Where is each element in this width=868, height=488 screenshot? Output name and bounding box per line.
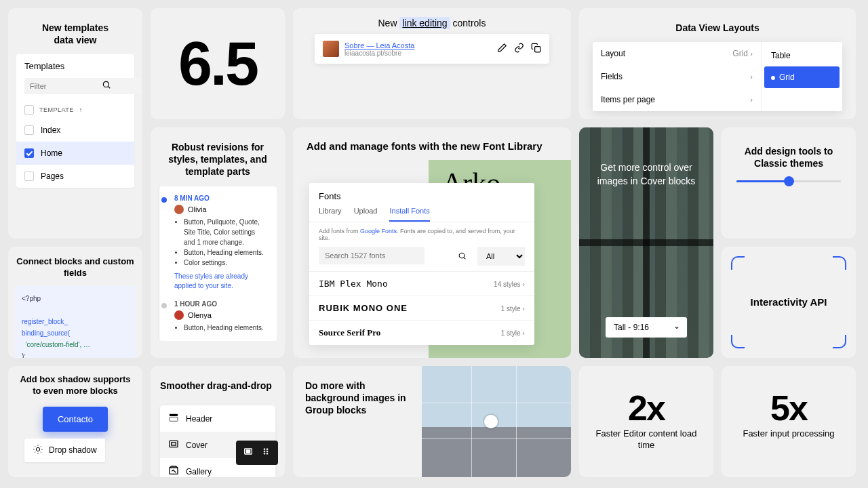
- block-item-header[interactable]: Header: [160, 405, 275, 432]
- groupbg-title: Do more with background images in Group …: [293, 366, 422, 477]
- checkbox[interactable]: [24, 148, 34, 158]
- column-header[interactable]: TEMPLATE: [39, 106, 74, 113]
- svg-point-2: [459, 253, 465, 258]
- svg-rect-7: [172, 443, 176, 445]
- active-dot-icon: [771, 76, 775, 80]
- templates-header-row: TEMPLATE ↑: [16, 101, 134, 119]
- templates-filter-input[interactable]: [24, 78, 141, 94]
- revision-time: 1 HOUR AGO: [174, 300, 267, 308]
- focal-point-picker[interactable]: [422, 366, 571, 477]
- svg-rect-5: [170, 418, 178, 422]
- font-library-panel: Fonts Library Upload Install Fonts Add f…: [309, 183, 534, 345]
- layout-row-fields[interactable]: Fields›: [593, 65, 761, 88]
- revision-time: 8 MIN AGO: [174, 195, 267, 202]
- layout-option-grid[interactable]: Grid: [764, 66, 840, 88]
- checkbox[interactable]: [24, 125, 34, 135]
- template-name: Index: [41, 125, 60, 135]
- tab-upload[interactable]: Upload: [354, 207, 378, 222]
- revision-entry[interactable]: 1 HOUR AGO Olenya Button, Heading elemen…: [165, 298, 277, 336]
- link-preview-url: leiaacosta.pt/sobre: [344, 49, 414, 57]
- slider-control[interactable]: [722, 180, 856, 182]
- google-fonts-link[interactable]: Google Fonts: [360, 228, 397, 235]
- stat-label: Faster input processing: [722, 428, 856, 440]
- header-block-icon: [168, 412, 179, 425]
- svg-point-11: [264, 449, 265, 450]
- template-name: Pages: [41, 171, 64, 181]
- select-all-checkbox[interactable]: [24, 105, 34, 115]
- svg-rect-4: [170, 414, 178, 416]
- fonts-note: Add fonts from Google Fonts. Fonts are c…: [309, 222, 534, 247]
- focal-point-handle[interactable]: [484, 415, 498, 428]
- template-row-pages[interactable]: Pages: [16, 165, 134, 188]
- contacto-button[interactable]: Contacto: [43, 407, 108, 432]
- avatar: [174, 205, 184, 214]
- tab-install-fonts[interactable]: Install Fonts: [389, 207, 429, 222]
- drag-handle-icon[interactable]: [260, 446, 271, 460]
- svg-point-3: [36, 447, 39, 451]
- templates-panel: Templates TEMPLATE ↑ Index Home Pages: [16, 54, 134, 188]
- svg-point-14: [267, 451, 268, 452]
- checkbox[interactable]: [24, 171, 34, 181]
- svg-rect-6: [170, 441, 178, 447]
- stat-label: Faster Editor content load time: [579, 428, 713, 451]
- link-editing-title: New link editing controls: [293, 8, 571, 34]
- template-row-index[interactable]: Index: [16, 119, 134, 142]
- interactivity-title: Interactivity API: [751, 296, 827, 309]
- layouts-title: Data View Layouts: [579, 8, 856, 42]
- gallery-block-icon: [168, 465, 179, 477]
- avatar: [174, 310, 184, 320]
- cover-title: Get more control over images in Cover bl…: [579, 127, 713, 188]
- font-row[interactable]: Source Serif Pro1 style ›: [309, 320, 534, 345]
- font-panel-heading: Fonts: [309, 183, 534, 201]
- svg-point-13: [264, 451, 265, 452]
- template-row-home[interactable]: Home: [16, 142, 134, 165]
- drop-shadow-label: Drop shadow: [49, 445, 97, 455]
- edit-icon[interactable]: [497, 43, 507, 56]
- font-row[interactable]: IBM Plex Mono14 styles ›: [309, 271, 534, 296]
- cover-block-icon: [243, 446, 254, 460]
- svg-point-15: [264, 453, 265, 454]
- version-number: 6.5: [151, 8, 285, 119]
- link-editing-highlight: link editing: [399, 17, 450, 29]
- search-icon: [458, 251, 467, 263]
- link-thumbnail: [323, 41, 339, 57]
- revision-changes: Button, Pullquote, Quote, Site Title, Co…: [174, 217, 267, 268]
- tab-library[interactable]: Library: [319, 207, 342, 222]
- revision-entry[interactable]: 8 MIN AGO Olivia Button, Pullquote, Quot…: [165, 192, 277, 298]
- drop-shadow-chip[interactable]: Drop shadow: [24, 439, 105, 462]
- revisions-title: Robust revisions for styles, templates, …: [151, 127, 285, 186]
- link-preview-card: Sobre — Leia Acosta leiaacosta.pt/sobre: [315, 34, 549, 64]
- code-snippet: <?php register_block_ binding_source( 'c…: [15, 286, 136, 358]
- revision-changes: Button, Heading elements.: [174, 323, 267, 333]
- font-search-input[interactable]: [319, 247, 425, 264]
- timeline-dot-icon: [161, 303, 167, 308]
- aspect-ratio-select[interactable]: Tall - 9:16: [606, 317, 687, 338]
- layouts-popover: LayoutGrid › Fields› Items per page› Tab…: [593, 42, 842, 111]
- slider-thumb[interactable]: [784, 176, 794, 186]
- drag-handle-popover[interactable]: [236, 441, 278, 465]
- layout-row-layout[interactable]: LayoutGrid ›: [593, 42, 761, 65]
- svg-rect-10: [246, 450, 250, 453]
- bindings-title: Connect blocks and custom fields: [8, 247, 142, 286]
- svg-point-16: [267, 453, 268, 454]
- revision-user: Olenya: [188, 311, 212, 319]
- revision-user: Olivia: [188, 205, 207, 214]
- font-category-select[interactable]: All: [477, 247, 525, 266]
- sun-icon: [33, 444, 43, 457]
- templates-title: New templates data view: [8, 8, 142, 54]
- layout-row-itemsperpage[interactable]: Items per page›: [593, 88, 761, 111]
- stat-number: 2x: [579, 366, 713, 428]
- sort-arrow-icon[interactable]: ↑: [79, 106, 83, 113]
- unlink-icon[interactable]: [514, 43, 524, 56]
- templates-panel-header: Templates: [16, 54, 134, 78]
- layout-option-table[interactable]: Table: [764, 45, 840, 66]
- classic-title: Add design tools to Classic themes: [722, 127, 856, 180]
- timeline-dot-icon: [161, 197, 167, 203]
- template-name: Home: [41, 148, 62, 158]
- stat-number: 5x: [722, 366, 856, 428]
- shadow-title: Add box shadow supports to even more blo…: [8, 366, 142, 404]
- font-row[interactable]: RUBIK MONO ONE1 style ›: [309, 296, 534, 320]
- copy-icon[interactable]: [531, 43, 541, 56]
- link-preview-title[interactable]: Sobre — Leia Acosta: [344, 41, 414, 49]
- revision-applied-note: These styles are already applied to your…: [174, 268, 267, 295]
